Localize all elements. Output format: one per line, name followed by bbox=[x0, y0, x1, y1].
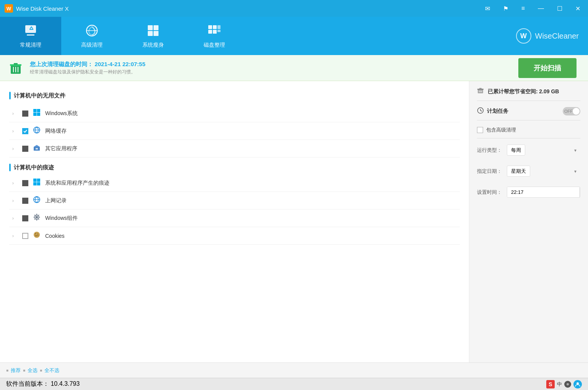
checkbox-windows-sys[interactable] bbox=[22, 110, 28, 117]
status-right: S 中 bbox=[546, 380, 582, 388]
toggle-knob bbox=[573, 108, 580, 115]
svg-rect-26 bbox=[37, 113, 41, 116]
item-cookies[interactable]: › Cookies bbox=[9, 227, 460, 245]
svg-rect-30 bbox=[36, 148, 38, 150]
tab-regular[interactable]: 常规清理 bbox=[0, 17, 61, 55]
bottom-dot-1: ■ bbox=[6, 368, 8, 372]
svg-point-37 bbox=[36, 216, 38, 218]
label-sys-traces: 系统和应用程序产生的痕迹 bbox=[45, 180, 109, 187]
svg-rect-8 bbox=[154, 25, 158, 30]
svg-rect-10 bbox=[154, 31, 158, 36]
select-all-link[interactable]: 全选 bbox=[28, 367, 38, 374]
section-traces-title: 计算机中的痕迹 bbox=[14, 164, 54, 171]
checkbox-other-apps[interactable] bbox=[22, 146, 28, 152]
svg-rect-31 bbox=[33, 179, 37, 182]
item-sys-traces[interactable]: › 系统和应用程序产生的痕迹 bbox=[9, 174, 460, 192]
schedule-label: 计划任务 bbox=[487, 108, 560, 115]
tab-slim[interactable]: 系统瘦身 bbox=[122, 17, 184, 55]
item-windows-sys[interactable]: › Windows系统 bbox=[9, 105, 460, 122]
tab-disk-icon bbox=[207, 24, 221, 39]
svg-point-42 bbox=[38, 236, 38, 236]
checkbox-win-components[interactable] bbox=[22, 215, 28, 221]
checkbox-sys-traces[interactable] bbox=[22, 180, 28, 186]
item-browser-history[interactable]: › 上网记录 bbox=[9, 192, 460, 210]
checkbox-cookies[interactable] bbox=[22, 233, 28, 239]
svg-rect-7 bbox=[148, 25, 153, 30]
time-up-button[interactable]: ▲ bbox=[580, 187, 580, 192]
tab-advanced-icon bbox=[85, 24, 99, 39]
deselect-all-link[interactable]: 全不选 bbox=[44, 367, 59, 374]
svg-rect-16 bbox=[217, 30, 220, 32]
saved-space-value: 2.09 GB bbox=[539, 88, 559, 94]
icon-cookies bbox=[32, 231, 41, 240]
run-type-select-wrapper: 每天 每周 每月 bbox=[507, 145, 580, 156]
brand-logo-circle: W bbox=[516, 28, 531, 44]
dot-icon bbox=[564, 381, 571, 388]
mail-button[interactable]: ✉ bbox=[482, 3, 493, 14]
app-icon: W bbox=[5, 4, 13, 13]
scan-button[interactable]: 开始扫描 bbox=[518, 58, 577, 78]
tab-disk[interactable]: 磁盘整理 bbox=[184, 17, 245, 55]
section-bar-1 bbox=[9, 92, 11, 99]
info-label: 您上次清理磁盘的时间： bbox=[30, 61, 93, 67]
restore-button[interactable]: ☐ bbox=[554, 3, 565, 14]
version-label: 软件当前版本： bbox=[6, 380, 49, 387]
time-row: 设置时间： ▲ ▼ bbox=[477, 187, 580, 198]
advanced-clean-label: 包含高级清理 bbox=[486, 127, 516, 133]
run-type-select[interactable]: 每天 每周 每月 bbox=[507, 145, 525, 156]
icon-browser-history bbox=[32, 196, 41, 205]
minimize-button[interactable]: — bbox=[535, 3, 547, 13]
close-button[interactable]: ✕ bbox=[572, 3, 583, 14]
recommend-link[interactable]: 推荐 bbox=[11, 367, 21, 374]
tab-slim-label: 系统瘦身 bbox=[142, 42, 164, 49]
item-other-apps[interactable]: › 其它应用程序 bbox=[9, 140, 460, 158]
date-label: 指定日期： bbox=[477, 168, 504, 175]
run-type-label: 运行类型： bbox=[477, 147, 504, 154]
svg-rect-14 bbox=[208, 30, 212, 34]
checkbox-network-cache[interactable] bbox=[22, 128, 28, 134]
section-traces-header: 计算机中的痕迹 bbox=[9, 164, 460, 171]
main-layout: 计算机中的无用文件 › Windows系统 › bbox=[0, 81, 588, 362]
svg-rect-13 bbox=[217, 25, 220, 29]
info-text: 您上次清理磁盘的时间： 2021-4-21 22:07:55 经常清理磁盘垃圾及… bbox=[30, 61, 512, 75]
brand-name: WiseCleaner bbox=[535, 32, 579, 41]
titlebar-right: ✉ ⚑ ≡ — ☐ ✕ bbox=[482, 3, 583, 14]
version-value: 10.4.3.793 bbox=[51, 380, 80, 387]
tab-slim-icon bbox=[146, 24, 160, 39]
tab-regular-icon bbox=[24, 24, 38, 39]
right-panel: 已累计帮您节省空间: 2.09 GB 计划任务 OFF 包含高级清理 bbox=[469, 81, 588, 362]
date-select[interactable]: 星期一 星期二 星期三 星期四 星期五 星期六 星期天 bbox=[507, 166, 530, 177]
tab-advanced-label: 高级清理 bbox=[81, 42, 103, 49]
svg-rect-11 bbox=[208, 25, 212, 29]
checkbox-browser-history[interactable] bbox=[22, 198, 28, 204]
user-icon bbox=[573, 380, 582, 388]
label-other-apps: 其它应用程序 bbox=[45, 145, 77, 152]
svg-point-52 bbox=[577, 382, 579, 385]
info-main-text: 您上次清理磁盘的时间： 2021-4-21 22:07:55 bbox=[30, 61, 512, 68]
label-browser-history: 上网记录 bbox=[45, 197, 67, 204]
flag-button[interactable]: ⚑ bbox=[500, 3, 511, 14]
svg-point-40 bbox=[37, 234, 38, 234]
info-bar: 您上次清理磁盘的时间： 2021-4-21 22:07:55 经常清理磁盘垃圾及… bbox=[0, 55, 588, 81]
schedule-clock-icon bbox=[477, 107, 484, 115]
last-clean-time: 2021-4-21 22:07:55 bbox=[95, 61, 145, 67]
time-down-button[interactable]: ▼ bbox=[580, 192, 580, 197]
item-network-cache[interactable]: › 网络缓存 bbox=[9, 122, 460, 140]
time-label: 设置时间： bbox=[477, 189, 504, 196]
menu-button[interactable]: ≡ bbox=[518, 3, 528, 13]
svg-point-39 bbox=[35, 233, 36, 234]
label-win-components: Windows组件 bbox=[45, 215, 78, 222]
tab-advanced[interactable]: 高级清理 bbox=[61, 17, 122, 55]
schedule-toggle[interactable]: OFF bbox=[563, 107, 580, 115]
toggle-off-label: OFF bbox=[564, 109, 573, 114]
svg-point-38 bbox=[34, 232, 40, 238]
advanced-clean-checkbox[interactable] bbox=[477, 127, 483, 133]
time-input[interactable] bbox=[507, 187, 579, 197]
saved-space-label: 已累计帮您节省空间: bbox=[488, 88, 538, 94]
svg-rect-33 bbox=[33, 182, 37, 186]
svg-rect-34 bbox=[37, 182, 41, 186]
label-cookies: Cookies bbox=[45, 233, 65, 239]
titlebar-left: W Wise Disk Cleaner X bbox=[5, 4, 69, 13]
item-win-components[interactable]: › Windows组件 bbox=[9, 210, 460, 227]
status-bar: 软件当前版本： 10.4.3.793 S 中 bbox=[0, 378, 588, 390]
